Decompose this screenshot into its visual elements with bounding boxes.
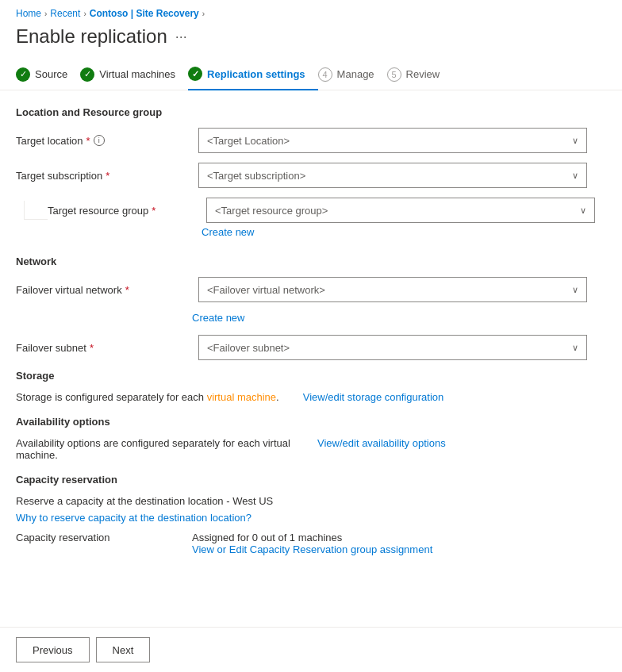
target-location-info-icon[interactable]: i (94, 135, 105, 146)
target-location-placeholder: <Target Location> (207, 135, 290, 147)
step-review-label: Review (406, 68, 440, 80)
page-options-button[interactable]: ··· (175, 29, 187, 45)
previous-button[interactable]: Previous (16, 637, 90, 662)
breadcrumb-home[interactable]: Home (16, 8, 41, 19)
availability-section: Availability options Availability option… (16, 416, 606, 461)
target-subscription-label: Target subscription * (16, 170, 190, 182)
target-resource-placeholder: <Target resource group> (215, 205, 328, 217)
failover-vnet-chevron-icon: ∨ (572, 285, 578, 295)
failover-subnet-dropdown[interactable]: <Failover subnet> ∨ (198, 335, 587, 360)
step-source-label: Source (35, 68, 67, 80)
view-edit-availability-link[interactable]: View/edit availability options (317, 437, 446, 449)
create-resource-group-link[interactable]: Create new (202, 226, 606, 238)
failover-subnet-placeholder: <Failover subnet> (207, 342, 290, 354)
breadcrumb-recent[interactable]: Recent (50, 8, 80, 19)
target-location-label: Target location * i (16, 135, 190, 147)
breadcrumb-current: Contoso | Site Recovery (90, 8, 199, 19)
next-button[interactable]: Next (96, 637, 151, 662)
breadcrumb: Home › Recent › Contoso | Site Recovery … (0, 0, 622, 22)
capacity-row: Capacity reservation Assigned for 0 out … (16, 532, 606, 555)
step-virtual-machines[interactable]: ✓ Virtual machines (80, 61, 188, 90)
network-section: Network Failover virtual network * <Fail… (16, 255, 606, 360)
storage-section: Storage Storage is configured separately… (16, 370, 606, 403)
step-rep-label: Replication settings (207, 68, 305, 80)
capacity-why-link[interactable]: Why to reserve capacity at the destinati… (16, 512, 606, 524)
page-title: Enable replication (16, 25, 167, 48)
step-manage[interactable]: 4 Manage (318, 61, 387, 90)
step-review[interactable]: 5 Review (387, 61, 453, 90)
target-location-required: * (86, 135, 90, 147)
step-source-check-icon: ✓ (16, 67, 30, 82)
target-location-chevron-icon: ∨ (572, 136, 578, 146)
step-manage-label: Manage (337, 68, 374, 80)
target-resource-group-label: Target resource group * (48, 205, 198, 217)
main-content: Location and Resource group Target locat… (0, 90, 622, 568)
storage-row: Storage is configured separately for eac… (16, 391, 606, 403)
failover-vnet-group: Failover virtual network * <Failover vir… (16, 277, 606, 302)
wizard-steps: ✓ Source ✓ Virtual machines ✓ Replicatio… (0, 60, 622, 90)
view-edit-capacity-link[interactable]: View or Edit Capacity Reservation group … (192, 543, 432, 555)
target-subscription-required: * (106, 170, 109, 182)
capacity-assigned-text: Assigned for 0 out of 1 machines (192, 532, 432, 543)
location-resource-section: Location and Resource group Target locat… (16, 106, 606, 249)
capacity-label: Capacity reservation (16, 532, 192, 543)
capacity-title: Capacity reservation (16, 474, 606, 486)
step-vm-label: Virtual machines (99, 68, 175, 80)
target-resource-group-dropdown[interactable]: <Target resource group> ∨ (206, 198, 595, 223)
storage-vm-highlight: virtual machine (207, 391, 276, 403)
capacity-section: Capacity reservation Reserve a capacity … (16, 474, 606, 555)
availability-row: Availability options are configured sepa… (16, 437, 606, 461)
failover-vnet-required: * (125, 284, 129, 296)
breadcrumb-sep1: › (44, 10, 47, 18)
target-subscription-group: Target subscription * <Target subscripti… (16, 163, 606, 188)
storage-description: Storage is configured separately for eac… (16, 391, 279, 403)
target-resource-required: * (152, 205, 156, 217)
location-resource-title: Location and Resource group (16, 106, 606, 118)
page-title-area: Enable replication ··· (0, 22, 622, 60)
step-rep-check-icon: ✓ (188, 67, 202, 81)
failover-subnet-group: Failover subnet * <Failover subnet> ∨ (16, 335, 606, 360)
step-vm-check-icon: ✓ (80, 67, 94, 82)
step-replication-settings[interactable]: ✓ Replication settings (188, 60, 318, 90)
failover-vnet-dropdown[interactable]: <Failover virtual network> ∨ (198, 277, 587, 302)
target-subscription-placeholder: <Target subscription> (207, 170, 305, 182)
target-location-dropdown[interactable]: <Target Location> ∨ (198, 128, 587, 153)
breadcrumb-sep2: › (83, 10, 86, 18)
failover-subnet-label: Failover subnet * (16, 342, 190, 354)
capacity-description: Reserve a capacity at the destination lo… (16, 495, 606, 507)
failover-subnet-required: * (90, 342, 94, 354)
step-review-num-icon: 5 (387, 67, 401, 82)
create-vnet-link[interactable]: Create new (192, 312, 606, 324)
availability-title: Availability options (16, 416, 606, 428)
step-manage-num-icon: 4 (318, 67, 332, 82)
view-edit-storage-link[interactable]: View/edit storage configuration (303, 391, 444, 403)
step-source[interactable]: ✓ Source (16, 61, 80, 90)
target-resource-group-group: Target resource group * <Target resource… (48, 198, 606, 223)
storage-title: Storage (16, 370, 606, 382)
availability-description: Availability options are configured sepa… (16, 437, 294, 461)
target-location-group: Target location * i <Target Location> ∨ (16, 128, 606, 153)
target-resource-chevron-icon: ∨ (580, 205, 586, 216)
target-subscription-chevron-icon: ∨ (572, 171, 578, 181)
failover-vnet-label: Failover virtual network * (16, 284, 190, 296)
breadcrumb-sep3: › (202, 10, 205, 18)
footer: Previous Next (0, 627, 622, 672)
network-title: Network (16, 255, 606, 267)
target-subscription-dropdown[interactable]: <Target subscription> ∨ (198, 163, 587, 188)
failover-subnet-chevron-icon: ∨ (572, 343, 578, 353)
capacity-right: Assigned for 0 out of 1 machines View or… (192, 532, 432, 555)
failover-vnet-placeholder: <Failover virtual network> (207, 284, 325, 296)
